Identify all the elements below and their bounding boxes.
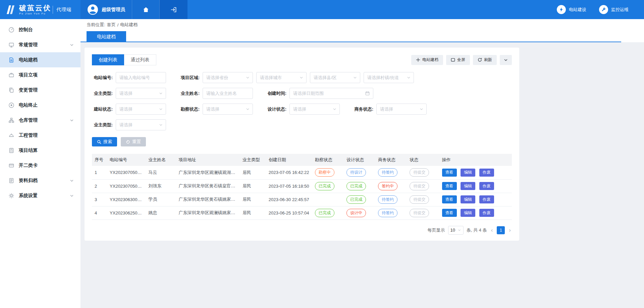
card-head: 创建列表 通过列表 电站建档 xyxy=(92,54,512,65)
sidebar-item-type2-card[interactable]: 开二类卡 xyxy=(0,158,80,173)
filter-create-time: 创建时间: 请选择日期范围 xyxy=(266,88,373,99)
tab-passed-list[interactable]: 通过列表 xyxy=(124,54,156,65)
build-status-placeholder: 请选择 xyxy=(119,106,132,112)
col-owner-type: 业主类型 xyxy=(240,154,266,166)
cell-owner-type: 居民 xyxy=(240,193,266,206)
per-page-label: 每页显示 xyxy=(428,227,445,233)
total-count-label: 条, 共 4 条 xyxy=(467,227,487,233)
sidebar-item-station-filing[interactable]: 电站建档 xyxy=(0,52,80,67)
topbar-right-nav: 电站建设 监控运维 xyxy=(557,0,629,19)
view-button[interactable]: 查看 xyxy=(442,209,457,217)
add-station-button[interactable]: 电站建档 xyxy=(411,55,443,65)
status-badge: 待提交 xyxy=(410,195,429,204)
reset-icon xyxy=(126,140,130,144)
city-select[interactable]: 请选择城市 xyxy=(256,72,307,83)
sidebar-item-project-initiation[interactable]: 项目立项 xyxy=(0,67,80,82)
fullscreen-button[interactable]: 全屏 xyxy=(446,55,470,65)
owner-type-select[interactable]: 请选择 xyxy=(116,88,166,99)
breadcrumb-home-link[interactable]: 首页 xyxy=(107,22,116,28)
survey-status-select[interactable]: 请选择 xyxy=(203,104,253,115)
sidebar-item-warehouse-management[interactable]: 仓库管理 xyxy=(0,113,80,128)
build-status-select[interactable]: 请选择 xyxy=(116,104,166,115)
nav-station-construction[interactable]: 电站建设 xyxy=(557,5,586,14)
business-status-select[interactable]: 请选择 xyxy=(376,104,427,115)
cell-index: 2 xyxy=(92,179,107,193)
edit-button[interactable]: 编辑 xyxy=(461,195,475,203)
caret-down-icon xyxy=(299,75,304,80)
sidebar-item-console[interactable]: 控制台 xyxy=(0,22,80,37)
search-label: 搜索 xyxy=(103,139,112,145)
user-menu[interactable]: 超级管理员 xyxy=(80,0,132,19)
province-select[interactable]: 请选择省份 xyxy=(203,72,253,83)
sidebar-item-system-settings[interactable]: 系统设置 xyxy=(0,188,80,203)
cell-address: 广东深圳龙华区观澜镇观湖路... xyxy=(176,166,239,179)
search-button[interactable]: 搜索 xyxy=(92,137,117,146)
district-select[interactable]: 请选择县/区 xyxy=(310,72,360,83)
sidebar-item-general-management[interactable]: 常规管理 xyxy=(0,37,80,52)
prev-page-button[interactable]: ‹ xyxy=(490,227,494,233)
logout-button[interactable] xyxy=(160,0,187,19)
cell-index: 1 xyxy=(92,166,107,179)
date-range-picker[interactable]: 请选择日期范围 xyxy=(289,88,373,99)
filter-station-no: 电站编号: xyxy=(92,72,166,83)
cell-owner-type: 居民 xyxy=(240,206,266,220)
page-tab-station-filing[interactable]: 电站建档 xyxy=(87,31,126,42)
date-range-placeholder: 请选择日期范围 xyxy=(293,90,324,97)
cell-created: 2023-07-05 16:18:50 xyxy=(266,179,312,193)
sidebar-item-change-management[interactable]: 变更管理 xyxy=(0,82,80,98)
owner-type-2-select[interactable]: 请选择 xyxy=(116,119,166,130)
sidebar-item-station-termination[interactable]: 电站终止 xyxy=(0,98,80,113)
caret-down-icon xyxy=(159,123,163,127)
station-no-input[interactable] xyxy=(116,72,166,83)
owner-name-input[interactable] xyxy=(203,88,253,99)
archive-icon xyxy=(8,178,14,184)
view-button[interactable]: 查看 xyxy=(442,195,457,203)
breadcrumb-separator: / xyxy=(117,22,119,27)
document-icon xyxy=(8,57,14,63)
collapse-toolbar-button[interactable] xyxy=(500,55,512,65)
filter-owner-type: 业主类型: 请选择 xyxy=(92,88,166,99)
void-button[interactable]: 作废 xyxy=(479,209,494,217)
cell-address: 广东深圳龙华区观澜镇姚家庄... xyxy=(176,206,239,220)
owner-type-label: 业主类型: xyxy=(92,90,113,97)
edit-button[interactable]: 编辑 xyxy=(461,169,475,177)
page-number-1[interactable]: 1 xyxy=(497,226,505,234)
refresh-button[interactable]: 刷新 xyxy=(473,55,497,65)
edit-button[interactable]: 编辑 xyxy=(461,182,475,190)
sidebar-item-project-settlement[interactable]: 项目结算 xyxy=(0,143,80,158)
table-row: 2 YX2023070500010 刘强东 广东深圳龙华区黄石镇皇官大... 居… xyxy=(92,179,512,193)
reset-button[interactable]: 重置 xyxy=(121,137,146,146)
view-button[interactable]: 查看 xyxy=(442,182,457,190)
tab-create-list[interactable]: 创建列表 xyxy=(92,54,124,65)
sidebar-item-label: 变更管理 xyxy=(19,87,38,93)
monitor-icon xyxy=(8,42,14,48)
sidebar-item-data-archive[interactable]: 资料归档 xyxy=(0,173,80,188)
void-button[interactable]: 作废 xyxy=(479,182,494,190)
table-row: 3 YX2023063000009 学员 广东深圳龙华区黄石镇姚家庄... 居民… xyxy=(92,193,512,206)
brand-subtitle: Po Jian Yun Fu xyxy=(19,12,51,15)
town-select[interactable]: 请选择村镇/街道 xyxy=(364,72,414,83)
chevron-down-icon xyxy=(70,43,74,47)
business-status-badge: 待签约 xyxy=(378,168,397,177)
home-button[interactable] xyxy=(132,0,160,19)
void-button[interactable]: 作废 xyxy=(479,195,494,203)
next-page-button[interactable]: › xyxy=(508,227,512,233)
caret-down-icon xyxy=(332,107,337,111)
col-actions: 操作 xyxy=(439,154,512,166)
view-button[interactable]: 查看 xyxy=(442,169,457,177)
district-placeholder: 请选择县/区 xyxy=(314,75,337,81)
per-page-select[interactable]: 10 xyxy=(448,226,464,235)
nav-monitor-ops[interactable]: 监控运维 xyxy=(599,5,629,14)
business-status-badge: 签约中 xyxy=(378,182,397,190)
design-status-select[interactable]: 请选择 xyxy=(289,104,340,115)
sidebar-item-label: 资料归档 xyxy=(19,178,38,184)
edit-button[interactable]: 编辑 xyxy=(461,209,475,217)
sidebar-item-engineering-management[interactable]: 工程管理 xyxy=(0,128,80,143)
filter-design-status: 设计状态: 请选择 xyxy=(266,104,340,115)
refresh-label: 刷新 xyxy=(484,57,492,63)
status-badge: 待提交 xyxy=(410,182,429,190)
void-button[interactable]: 作废 xyxy=(479,169,494,177)
status-badge: 待提交 xyxy=(410,168,429,177)
dashboard-icon xyxy=(8,27,14,33)
design-status-badge: 设计中 xyxy=(346,209,366,217)
